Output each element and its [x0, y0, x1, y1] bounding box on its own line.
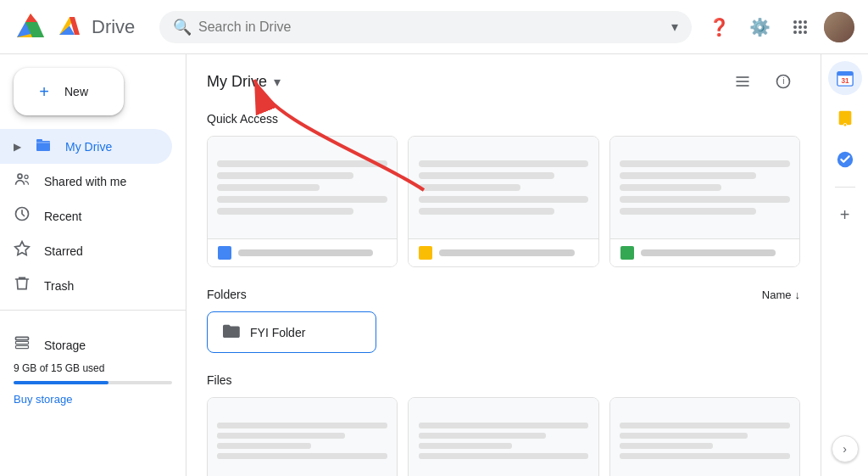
qa-file-icon	[218, 246, 231, 260]
qa-thumbnail-3	[610, 137, 799, 238]
svg-rect-23	[16, 345, 29, 348]
qa-line	[620, 184, 722, 191]
drive-title-chevron-icon[interactable]: ▾	[274, 74, 281, 90]
logo-area: Drive	[14, 10, 149, 44]
qa-line	[620, 208, 756, 215]
right-panel: 31 + ›	[821, 54, 868, 476]
apps-grid-icon	[792, 19, 809, 36]
qa-line	[217, 172, 353, 179]
qa-line	[620, 172, 756, 179]
qa-line	[620, 196, 790, 203]
quick-access-item[interactable]	[609, 136, 800, 267]
file-item[interactable]	[207, 397, 398, 476]
files-grid	[186, 397, 821, 476]
google-keep-button[interactable]	[828, 102, 862, 136]
sort-button[interactable]: Name ↓	[762, 288, 800, 301]
sidebar-item-trash[interactable]: Trash	[0, 268, 172, 303]
file-thumbnail	[610, 398, 799, 476]
file-line	[419, 453, 589, 459]
sidebar-item-shared-with-me[interactable]: Shared with me	[0, 164, 172, 199]
plus-icon: +	[34, 81, 54, 102]
folders-title: Folders	[207, 288, 247, 301]
svg-point-11	[798, 25, 802, 29]
svg-point-18	[18, 174, 22, 178]
search-bar[interactable]: 🔍 ▾	[159, 11, 692, 43]
avatar[interactable]	[824, 12, 854, 42]
quick-access-item[interactable]	[207, 136, 398, 267]
apps-button[interactable]	[783, 10, 817, 44]
rp-expand-button[interactable]: ›	[832, 435, 859, 462]
google-calendar-button[interactable]: 31	[828, 61, 862, 95]
quick-access-item[interactable]	[408, 136, 598, 267]
qa-line	[419, 208, 555, 215]
search-input[interactable]	[198, 20, 665, 35]
starred-icon	[14, 240, 31, 261]
shared-icon	[14, 171, 31, 192]
file-line	[217, 443, 311, 449]
sidebar-item-label-my-drive: My Drive	[65, 140, 112, 154]
qa-line	[419, 160, 589, 167]
help-button[interactable]: ❓	[702, 10, 736, 44]
svg-text:i: i	[782, 76, 784, 86]
sidebar-item-label-recent: Recent	[44, 210, 81, 223]
quick-access-title: Quick Access	[186, 105, 821, 136]
qa-filename-bar	[238, 249, 373, 256]
svg-point-10	[793, 25, 797, 29]
file-item[interactable]	[408, 397, 598, 476]
main-layout: + New ▶ My Drive Shared with me Recent	[0, 54, 868, 476]
app-header: Drive 🔍 ▾ ❓ ⚙️	[0, 0, 868, 54]
svg-point-14	[798, 31, 802, 34]
file-line	[620, 453, 790, 459]
file-line	[419, 443, 513, 449]
info-button[interactable]: i	[766, 64, 800, 98]
file-lines	[419, 418, 589, 463]
svg-point-7	[793, 20, 797, 24]
sidebar: + New ▶ My Drive Shared with me Recent	[0, 54, 186, 476]
svg-rect-31	[837, 72, 852, 76]
content-header: My Drive ▾ i	[186, 54, 821, 105]
svg-point-9	[804, 20, 807, 24]
storage-bar	[14, 381, 172, 384]
google-tasks-button[interactable]	[828, 143, 862, 176]
svg-text:31: 31	[841, 77, 849, 85]
sidebar-item-label-trash: Trash	[44, 279, 74, 293]
sidebar-item-my-drive[interactable]: ▶ My Drive	[0, 129, 172, 164]
buy-storage-link[interactable]: Buy storage	[14, 393, 72, 406]
qa-footer-2	[409, 238, 598, 266]
svg-rect-22	[16, 341, 29, 344]
file-thumbnail	[409, 398, 598, 476]
svg-rect-27	[737, 85, 749, 87]
qa-line	[217, 184, 320, 191]
sidebar-divider	[0, 310, 186, 311]
sidebar-item-recent[interactable]: Recent	[0, 199, 172, 233]
file-item[interactable]	[609, 397, 800, 476]
folder-icon	[221, 322, 240, 342]
sidebar-item-starred[interactable]: Starred	[0, 233, 172, 268]
qa-line	[217, 160, 387, 167]
svg-point-12	[804, 25, 807, 29]
rp-add-button[interactable]: +	[828, 198, 862, 232]
app-title: Drive	[92, 16, 135, 38]
storage-icon	[14, 334, 31, 356]
files-title: Files	[186, 367, 821, 397]
new-button[interactable]: + New	[14, 68, 124, 115]
qa-line	[419, 184, 521, 191]
svg-point-15	[804, 31, 807, 34]
sidebar-item-storage[interactable]: Storage	[14, 328, 172, 362]
content-header-actions: i	[726, 64, 800, 98]
sort-label: Name	[762, 288, 792, 301]
qa-filename-bar	[439, 249, 574, 256]
search-dropdown-icon[interactable]: ▾	[671, 19, 678, 35]
folder-item-fyi[interactable]: FYI Folder	[207, 311, 376, 353]
sort-icon: ↓	[795, 288, 801, 301]
list-view-button[interactable]	[726, 64, 760, 98]
qa-thumbnail-lines-2	[419, 155, 589, 220]
trash-icon	[14, 275, 31, 296]
qa-file-icon	[620, 246, 634, 260]
qa-line	[217, 208, 353, 215]
header-actions: ❓ ⚙️	[702, 10, 854, 44]
storage-fill	[14, 381, 108, 384]
file-lines	[217, 418, 387, 463]
svg-rect-26	[737, 81, 749, 82]
settings-button[interactable]: ⚙️	[743, 10, 776, 44]
